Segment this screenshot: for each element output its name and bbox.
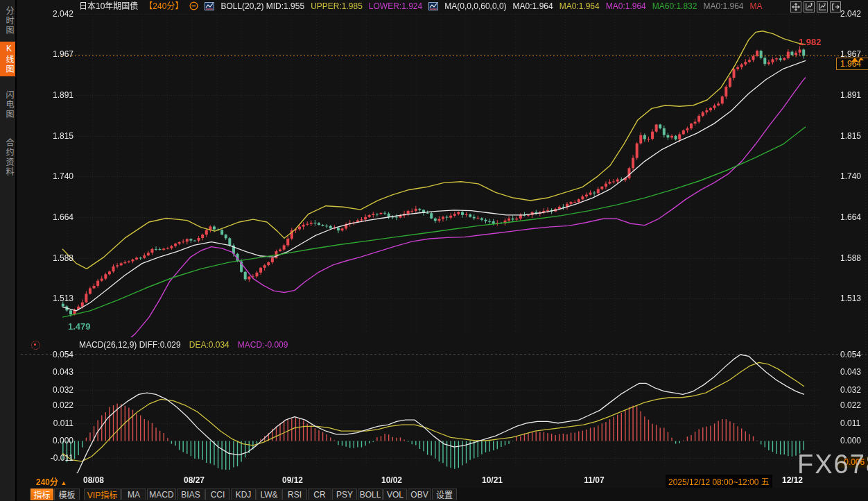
header-text-11: MA0:1.964 bbox=[606, 1, 646, 11]
macd-header-text-0: MACD(26,12,9) DIFF:0.029 bbox=[79, 340, 181, 350]
macd-target-icon[interactable] bbox=[31, 341, 40, 350]
macd-tick-left: 0.022 bbox=[35, 400, 73, 410]
header-text-12: MA60:1.832 bbox=[652, 1, 697, 11]
macd-tick-right: 0.043 bbox=[840, 367, 861, 377]
date-label-08/27: 08/27 bbox=[184, 475, 205, 485]
macd-tick-right: 0.054 bbox=[840, 350, 861, 359]
up-triangle-icon bbox=[858, 46, 864, 60]
price-up-arrow-icon bbox=[851, 46, 864, 58]
header-text-1: 【240分】 bbox=[144, 1, 183, 11]
mini-chart-icon bbox=[205, 2, 214, 10]
sidebar-item-4[interactable]: 合约资料 bbox=[0, 136, 15, 179]
pan-exit-icon[interactable] bbox=[830, 1, 841, 12]
price-tick-left: 1.588 bbox=[35, 253, 73, 263]
macd-tick-left: 0.011 bbox=[35, 418, 73, 428]
toolbar-button-BIAS[interactable]: BIAS bbox=[177, 489, 205, 500]
price-tick-left: 1.891 bbox=[35, 90, 73, 100]
toolbar-button-CCI[interactable]: CCI bbox=[205, 489, 230, 500]
price-tick-left: 1.815 bbox=[35, 131, 73, 141]
macd-tick-left: 0.054 bbox=[35, 350, 73, 359]
chart-area: 日本10年期国债【240分】BOLL(20,2) MID:1.955UPPER:… bbox=[15, 0, 868, 501]
price-tick-left: 1.664 bbox=[35, 212, 73, 222]
move-crosshair-icon[interactable] bbox=[790, 1, 801, 12]
minus-circle-icon bbox=[189, 1, 198, 10]
toolbar-button-MACD[interactable]: MACD bbox=[147, 489, 176, 500]
price-tick-left: 1.740 bbox=[35, 171, 73, 181]
toolbar-button-KDJ[interactable]: KDJ bbox=[231, 489, 256, 500]
price-tick-right: 1.664 bbox=[840, 212, 861, 222]
header-text-6: LOWER:1.924 bbox=[369, 1, 422, 11]
toolbar-button-指标[interactable]: 指标 bbox=[31, 489, 53, 500]
toolbar-button-OBV[interactable]: OBV bbox=[408, 489, 431, 500]
price-tick-right: 1.815 bbox=[840, 131, 861, 141]
macd-tick-left: 0.043 bbox=[35, 367, 73, 377]
macd-tick-right: 0.032 bbox=[840, 385, 861, 395]
price-tick-left: 1.513 bbox=[35, 294, 73, 303]
sidebar-item-3[interactable]: 闪电图 bbox=[0, 88, 15, 121]
toolbar-button-LW&[interactable]: LW& bbox=[257, 489, 281, 500]
toolbar-button-settings[interactable]: 设置 bbox=[432, 489, 457, 500]
price-tick-right: 1.513 bbox=[840, 294, 861, 303]
macd-header-text-2: MACD:-0.009 bbox=[238, 340, 288, 350]
date-label-08/08: 08/08 bbox=[83, 475, 104, 485]
header-text-0: 日本10年期国债 bbox=[79, 1, 138, 11]
high-price-marker: 1.982 bbox=[799, 37, 822, 47]
sidebar-item-2[interactable]: K线图 bbox=[0, 42, 15, 76]
time-axis: 240分 ▲ 2025/12/12 08:00~12:00 五 12/12 08… bbox=[31, 475, 868, 487]
header-text-13: MA0:1.964 bbox=[703, 1, 743, 11]
header-text-14: MA bbox=[750, 1, 763, 11]
low-price-marker: 1.479 bbox=[68, 321, 91, 332]
price-tick-right: 1.740 bbox=[840, 171, 861, 181]
price-tick-right: 1.891 bbox=[840, 90, 861, 100]
toolbar-button-VOL[interactable]: VOL bbox=[383, 489, 407, 500]
up-triangle-icon bbox=[851, 46, 858, 62]
toolbar-button-BOLL[interactable]: BOLL bbox=[358, 489, 383, 500]
indicator-toolbar: 指标模板VIP指标MAMACDBIASCCIKDJLW&RSICRPSYBOLL… bbox=[31, 488, 868, 501]
header-text-9: MA0:1.964 bbox=[513, 1, 553, 11]
price-tick-right: 2.042 bbox=[840, 9, 861, 19]
toolbar-button-RSI[interactable]: RSI bbox=[282, 489, 307, 500]
header-text-5: UPPER:1.985 bbox=[311, 1, 363, 11]
period-label: 240分 bbox=[36, 477, 58, 487]
period-selector[interactable]: 240分 ▲ bbox=[36, 475, 67, 487]
date-label-10/21: 10/21 bbox=[482, 475, 503, 485]
macd-tick-left: 0.000 bbox=[35, 436, 73, 445]
period-arrow-icon: ▲ bbox=[60, 479, 67, 486]
trading-app-window: 分时图K线图闪电图合约资料 日本10年期国债【240分】BOLL(20,2) M… bbox=[0, 0, 868, 501]
macd-tick-right: 0.000 bbox=[840, 436, 861, 445]
price-tick-left: 1.967 bbox=[35, 49, 73, 59]
window-tools bbox=[790, 1, 841, 12]
left-sidebar: 分时图K线图闪电图合约资料 bbox=[0, 0, 17, 501]
macd-header-text-1: DEA:0.034 bbox=[189, 340, 229, 350]
macd-tick-right: 0.011 bbox=[840, 418, 860, 428]
price-tick-right: 1.588 bbox=[840, 253, 861, 263]
macd-header: MACD(26,12,9) DIFF:0.029DEA:0.034MACD:-0… bbox=[79, 340, 288, 350]
price-tick-left: 2.042 bbox=[35, 9, 73, 19]
macd-tick-right: 0.022 bbox=[840, 400, 861, 410]
macd-tick-left: 0.032 bbox=[35, 385, 73, 395]
header-text-4: BOLL(20,2) MID:1.955 bbox=[220, 1, 304, 11]
toolbar-button-模板[interactable]: 模板 bbox=[54, 489, 80, 500]
macd-tick-left: -0.011 bbox=[35, 453, 73, 463]
sidebar-item-1[interactable]: 分时图 bbox=[0, 4, 15, 37]
mini-chart-icon bbox=[428, 2, 438, 10]
toolbar-button-CR[interactable]: CR bbox=[308, 489, 331, 500]
header-text-10: MA0:1.964 bbox=[559, 1, 600, 11]
date-label-11/07: 11/07 bbox=[584, 475, 604, 485]
toolbar-button-VIP指标[interactable]: VIP指标 bbox=[84, 489, 121, 500]
date-label-09/12: 09/12 bbox=[282, 475, 303, 485]
header-text-8: MA(0,0,0,60,0,0) bbox=[444, 1, 506, 11]
watermark: FX678 bbox=[797, 450, 868, 479]
zoom-in-axis-icon[interactable] bbox=[804, 1, 815, 12]
zoom-out-axis-icon[interactable] bbox=[817, 1, 828, 12]
toolbar-button-PSY[interactable]: PSY bbox=[332, 489, 357, 500]
price-chart-canvas[interactable] bbox=[0, 0, 868, 501]
toolbar-button-MA[interactable]: MA bbox=[121, 489, 146, 500]
bar-time-tooltip: 2025/12/12 08:00~12:00 五 bbox=[666, 475, 772, 488]
date-label-10/02: 10/02 bbox=[381, 475, 402, 485]
chart-header: 日本10年期国债【240分】BOLL(20,2) MID:1.955UPPER:… bbox=[79, 1, 763, 11]
